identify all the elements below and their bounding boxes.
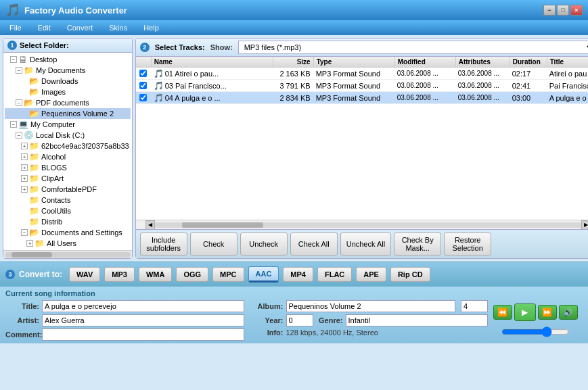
menu-edit[interactable]: Edit [35, 22, 53, 33]
tree-item-pdf[interactable]: − 📂 PDF documents [5, 97, 131, 108]
restore-selection-button[interactable]: Restore Selection [444, 233, 491, 255]
expand-mycomputer[interactable]: − [10, 121, 17, 128]
rewind-button[interactable]: ⏪ [493, 305, 512, 320]
list-hscrollbar[interactable]: ◀ ▶ [136, 220, 588, 229]
col-header-attributes[interactable]: Attributes [455, 57, 510, 67]
file-row[interactable]: 🎵 04 A pulga e o ... 2 834 KB MP3 Format… [136, 92, 588, 104]
tree-scroll-thumb[interactable] [12, 252, 52, 258]
tree-item-alcohol[interactable]: + 📁 Alcohol [5, 151, 131, 162]
uncheck-all-button[interactable]: Uncheck All [340, 233, 391, 255]
volume-button[interactable]: 🔊 [559, 305, 578, 320]
format-ape-button[interactable]: APE [356, 267, 386, 282]
tree-item-desktop[interactable]: − 🖥 Desktop [5, 54, 131, 65]
docsettings-icon: 📂 [29, 228, 39, 237]
year-input[interactable] [286, 314, 313, 326]
expand-alcohol[interactable]: + [21, 153, 28, 160]
expand-mydocs[interactable]: − [16, 67, 22, 74]
col-header-duration[interactable]: Duration [510, 57, 547, 67]
comment-input[interactable] [42, 328, 244, 341]
title-input[interactable] [42, 300, 244, 312]
genre-input[interactable] [346, 314, 489, 326]
tree-item-allusers[interactable]: + 📁 All Users [5, 238, 131, 249]
show-select[interactable]: MP3 files (*.mp3) All files (*.*) WAV fi… [238, 41, 588, 54]
left-panel: 1 Select Folder: − 🖥 Desktop − 📁 My Docu… [3, 38, 133, 259]
tree-item-downloads[interactable]: 📂 Downloads [5, 76, 131, 87]
expand-blogs[interactable]: + [21, 164, 28, 171]
tree-item-contacts[interactable]: 📁 Contacts [5, 195, 131, 205]
expand-pdf[interactable]: − [16, 99, 22, 106]
col-header-name[interactable]: Name [151, 57, 273, 67]
col-header-type[interactable]: Type [313, 57, 394, 67]
tree-item-comfpdf[interactable]: + 📁 ComfortablePDF [5, 184, 131, 195]
tree-hscrollbar[interactable] [3, 250, 132, 258]
file-row[interactable]: 🎵 01 Atirei o pau... 2 163 KB MP3 Format… [136, 68, 588, 80]
folder-tree[interactable]: − 🖥 Desktop − 📁 My Documents 📂 Downloads… [3, 53, 132, 250]
minimize-button[interactable]: − [543, 5, 556, 16]
expand-allusers[interactable]: + [26, 240, 33, 247]
format-flac-button[interactable]: FLAC [317, 267, 352, 282]
file-name-3: 🎵 04 A pulga e o ... [151, 93, 273, 103]
tree-scroll-track[interactable] [5, 252, 131, 258]
tree-item-localc[interactable]: − 💿 Local Disk (C:) [5, 130, 131, 141]
check-button[interactable]: Check [190, 233, 238, 255]
expand-comfpdf[interactable]: + [21, 186, 28, 193]
tree-item-clipart[interactable]: + 📁 ClipArt [5, 173, 131, 184]
format-mpc-button[interactable]: MPC [212, 267, 244, 282]
tree-item-distrib[interactable]: 📁 Distrib [5, 216, 131, 227]
album-input[interactable] [286, 300, 456, 312]
menu-convert[interactable]: Convert [64, 22, 96, 33]
col-header-size[interactable]: Size [273, 57, 313, 67]
tree-item-pv2[interactable]: 📂 Pequeninos Volume 2 [5, 108, 131, 119]
check-by-mask-button[interactable]: Check By Mask... [394, 233, 441, 255]
volume-slider[interactable] [501, 326, 569, 337]
info-fields: Title: Artist: Comment: Album: Year: [5, 300, 583, 341]
format-wav-button[interactable]: WAV [69, 267, 100, 282]
forward-button[interactable]: ⏩ [538, 305, 557, 320]
file-checkbox-1[interactable] [139, 70, 147, 77]
expand-desktop[interactable]: − [10, 56, 17, 63]
file-row[interactable]: 🎵 03 Pai Francisco... 3 791 KB MP3 Forma… [136, 80, 588, 92]
uncheck-button[interactable]: Uncheck [240, 233, 288, 255]
list-scroll-track[interactable] [155, 222, 581, 228]
format-ogg-button[interactable]: OGG [176, 267, 208, 282]
checkbox-cell-2[interactable] [136, 82, 151, 89]
format-aac-button[interactable]: AAC [248, 266, 279, 283]
maximize-button[interactable]: □ [557, 5, 569, 16]
tree-item-blogs[interactable]: + 📁 BLOGS [5, 162, 131, 173]
checkbox-cell-3[interactable] [136, 94, 151, 101]
expand-clipart[interactable]: + [21, 175, 28, 182]
col-header-modified[interactable]: Modified [394, 57, 455, 67]
checkbox-cell-1[interactable] [136, 70, 151, 77]
file-checkbox-3[interactable] [139, 94, 147, 101]
scroll-left-btn[interactable]: ◀ [145, 220, 155, 230]
close-button[interactable]: × [570, 5, 583, 16]
scroll-right-btn[interactable]: ▶ [581, 220, 588, 230]
check-all-button[interactable]: Check All [290, 233, 338, 255]
format-wma-button[interactable]: WMA [139, 267, 173, 282]
expand-docsettings[interactable]: − [21, 229, 28, 236]
format-mp3-button[interactable]: MP3 [104, 267, 135, 282]
expand-hash[interactable]: + [21, 143, 28, 149]
menu-help[interactable]: Help [141, 22, 162, 33]
track-input[interactable] [461, 300, 488, 312]
tree-item-mycomputer[interactable]: − 💻 My Computer [5, 119, 131, 130]
tree-item-coolutils[interactable]: 📁 CoolUtils [5, 205, 131, 216]
format-mp4-button[interactable]: MP4 [283, 267, 313, 282]
menu-skins[interactable]: Skins [106, 22, 130, 33]
file-checkbox-2[interactable] [139, 82, 147, 89]
info-right-fields: Album: Year: Genre: Info: 128 kbps, 2400… [244, 300, 489, 341]
include-subfolders-button[interactable]: Include subfolders [140, 233, 187, 255]
play-button[interactable]: ▶ [514, 303, 536, 321]
col-header-title[interactable]: Title [547, 57, 588, 67]
format-ripcd-button[interactable]: Rip CD [390, 267, 430, 282]
tree-item-mydocs[interactable]: − 📁 My Documents [5, 65, 131, 76]
file-type-3: MP3 Format Sound [313, 94, 394, 102]
expand-localc[interactable]: − [16, 132, 22, 139]
tree-item-images[interactable]: 📂 Images [5, 87, 131, 97]
allusers-icon: 📁 [35, 239, 45, 248]
tree-item-hash[interactable]: + 📁 62bcc4e9ac3f20375a8b33 [5, 141, 131, 151]
artist-input[interactable] [42, 314, 244, 326]
menu-file[interactable]: File [7, 22, 24, 33]
list-scroll-thumb[interactable] [182, 222, 263, 228]
tree-item-docsettings[interactable]: − 📂 Documents and Settings [5, 227, 131, 238]
